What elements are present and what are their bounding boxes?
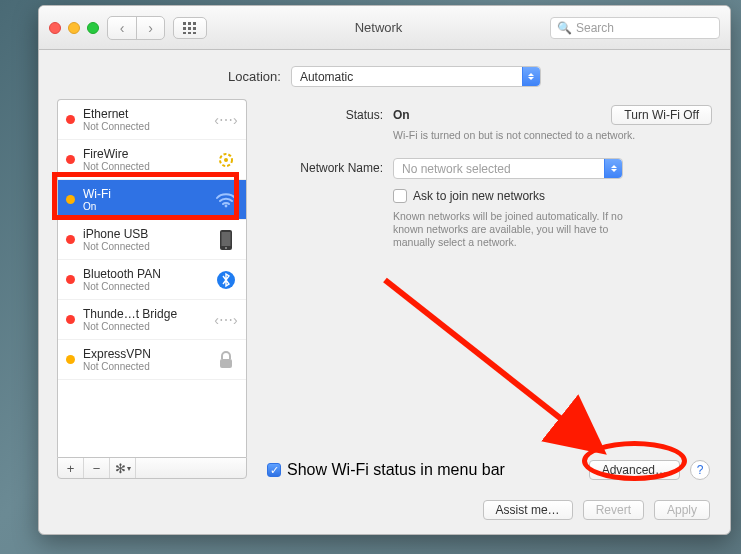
service-item-iphone-usb[interactable]: iPhone USB Not Connected: [58, 220, 246, 260]
assist-button[interactable]: Assist me…: [483, 500, 573, 520]
minimize-window-button[interactable]: [68, 22, 80, 34]
svg-rect-5: [193, 27, 196, 30]
service-name: iPhone USB: [83, 227, 206, 241]
svg-rect-4: [188, 27, 191, 30]
svg-rect-18: [220, 359, 232, 368]
service-item-thunderbolt[interactable]: Thunde…t Bridge Not Connected ‹⋯›: [58, 300, 246, 340]
iphone-icon: [214, 228, 238, 252]
status-dot-icon: [66, 155, 75, 164]
wifi-toggle-button[interactable]: Turn Wi-Fi Off: [611, 105, 712, 125]
status-dot-icon: [66, 355, 75, 364]
dropdown-caret-icon: [522, 67, 540, 86]
show-all-button[interactable]: [173, 17, 207, 39]
titlebar: ‹ › Network 🔍 Search: [39, 6, 730, 50]
service-name: ExpressVPN: [83, 347, 206, 361]
svg-text:‹⋯›: ‹⋯›: [214, 112, 238, 128]
window-title: Network: [215, 20, 542, 35]
ethernet-icon: ‹⋯›: [214, 308, 238, 332]
firewire-icon: [214, 148, 238, 172]
status-dot-icon: [66, 275, 75, 284]
service-status: Not Connected: [83, 121, 206, 132]
sidebar: Ethernet Not Connected ‹⋯› FireWire Not …: [57, 99, 247, 479]
back-button[interactable]: ‹: [108, 17, 136, 39]
svg-rect-6: [183, 32, 186, 34]
add-service-button[interactable]: +: [58, 458, 84, 478]
footer-buttons: Assist me… Revert Apply: [483, 500, 710, 520]
service-status: Not Connected: [83, 241, 206, 252]
service-name: FireWire: [83, 147, 206, 161]
forward-button[interactable]: ›: [136, 17, 164, 39]
service-actions-menu[interactable]: ✻▾: [110, 458, 136, 478]
location-value: Automatic: [300, 70, 353, 84]
body: Ethernet Not Connected ‹⋯› FireWire Not …: [39, 99, 730, 479]
svg-point-12: [225, 204, 228, 207]
bottom-bar: Show Wi-Fi status in menu bar Advanced… …: [267, 460, 710, 480]
service-item-wifi[interactable]: Wi-Fi On: [58, 180, 246, 220]
lock-icon: [214, 348, 238, 372]
svg-point-11: [224, 158, 228, 162]
status-dot-icon: [66, 195, 75, 204]
ask-to-join-checkbox[interactable]: Ask to join new networks: [393, 189, 545, 203]
list-footer: + − ✻▾: [57, 457, 247, 479]
service-item-bluetooth[interactable]: Bluetooth PAN Not Connected: [58, 260, 246, 300]
svg-rect-0: [183, 22, 186, 25]
bluetooth-icon: [214, 268, 238, 292]
show-status-checkbox[interactable]: Show Wi-Fi status in menu bar: [267, 461, 505, 479]
search-icon: 🔍: [557, 21, 572, 35]
service-name: Ethernet: [83, 107, 206, 121]
service-list: Ethernet Not Connected ‹⋯› FireWire Not …: [57, 99, 247, 457]
grid-icon: [183, 22, 197, 34]
service-status: Not Connected: [83, 281, 206, 292]
service-item-vpn[interactable]: ExpressVPN Not Connected: [58, 340, 246, 380]
svg-rect-3: [183, 27, 186, 30]
apply-button[interactable]: Apply: [654, 500, 710, 520]
help-icon: ?: [697, 463, 704, 477]
network-name-select[interactable]: No network selected: [393, 158, 623, 179]
dropdown-caret-icon: [604, 159, 622, 178]
svg-rect-8: [193, 32, 196, 34]
wifi-icon: [214, 188, 238, 212]
nav-back-forward: ‹ ›: [107, 16, 165, 40]
service-name: Wi-Fi: [83, 187, 206, 201]
ethernet-icon: ‹⋯›: [214, 108, 238, 132]
zoom-window-button[interactable]: [87, 22, 99, 34]
network-prefs-window: ‹ › Network 🔍 Search Location: Automatic: [38, 5, 731, 535]
checkbox-checked-icon: [267, 463, 281, 477]
chevron-down-icon: ▾: [127, 464, 131, 473]
status-value: On: [393, 108, 410, 122]
status-dot-icon: [66, 315, 75, 324]
close-window-button[interactable]: [49, 22, 61, 34]
detail-panel: Status: On Turn Wi-Fi Off Wi-Fi is turne…: [263, 99, 712, 479]
svg-rect-14: [222, 232, 231, 246]
status-dot-icon: [66, 115, 75, 124]
help-button[interactable]: ?: [690, 460, 710, 480]
svg-rect-7: [188, 32, 191, 34]
svg-rect-1: [188, 22, 191, 25]
ask-to-join-description: Known networks will be joined automatica…: [393, 210, 643, 249]
service-status: Not Connected: [83, 361, 206, 372]
network-name-label: Network Name:: [263, 158, 393, 178]
revert-button[interactable]: Revert: [583, 500, 644, 520]
network-name-value: No network selected: [402, 162, 511, 176]
status-label: Status:: [263, 105, 393, 125]
service-status: Not Connected: [83, 321, 206, 332]
remove-service-button[interactable]: −: [84, 458, 110, 478]
window-controls: [49, 22, 99, 34]
search-placeholder: Search: [576, 21, 614, 35]
svg-point-15: [225, 247, 227, 249]
service-status: Not Connected: [83, 161, 206, 172]
service-item-firewire[interactable]: FireWire Not Connected: [58, 140, 246, 180]
location-select[interactable]: Automatic: [291, 66, 541, 87]
advanced-button[interactable]: Advanced…: [589, 460, 680, 480]
service-item-ethernet[interactable]: Ethernet Not Connected ‹⋯›: [58, 100, 246, 140]
status-dot-icon: [66, 235, 75, 244]
service-status: On: [83, 201, 206, 212]
checkbox-icon: [393, 189, 407, 203]
show-status-label: Show Wi-Fi status in menu bar: [287, 461, 505, 479]
svg-text:‹⋯›: ‹⋯›: [214, 312, 238, 328]
gear-icon: ✻: [115, 461, 126, 476]
location-label: Location:: [228, 69, 281, 84]
ask-to-join-label: Ask to join new networks: [413, 189, 545, 203]
status-description: Wi-Fi is turned on but is not connected …: [393, 129, 663, 142]
search-field[interactable]: 🔍 Search: [550, 17, 720, 39]
